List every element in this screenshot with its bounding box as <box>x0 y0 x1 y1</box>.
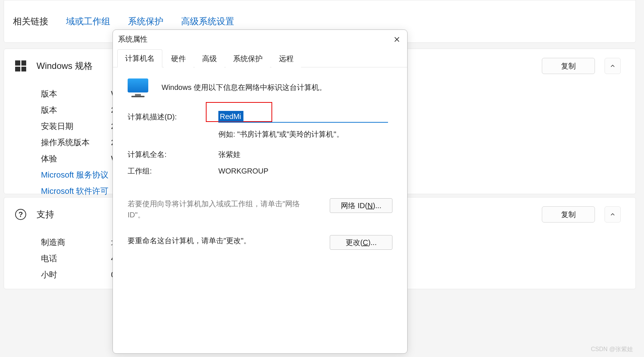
dialog-intro-row: Windows 使用以下信息在网络中标识这台计算机。 <box>128 78 392 96</box>
link-advanced-system-settings[interactable]: 高级系统设置 <box>181 15 234 27</box>
support-title: 支持 <box>37 209 54 220</box>
support-key: 制造商 <box>41 234 111 251</box>
spec-key: 操作系统版本 <box>41 134 111 151</box>
tab-advanced[interactable]: 高级 <box>195 50 224 67</box>
dialog-title: 系统属性 <box>118 34 148 44</box>
computer-description-selection: RedMi <box>218 111 243 122</box>
spec-key: 体验 <box>41 151 111 167</box>
computer-description-row: 计算机描述(D): RedMi <box>128 111 392 123</box>
rename-row: 要重命名这台计算机，请单击"更改"。 更改(C)... <box>128 235 392 250</box>
copy-button-winspec[interactable]: 复制 <box>542 58 595 74</box>
computer-description-input[interactable] <box>218 111 388 123</box>
computer-fullname-label: 计算机全名: <box>128 150 218 160</box>
windows-spec-title: Windows 规格 <box>37 60 93 72</box>
windows-spec-icon <box>15 60 26 71</box>
computer-description-hint: 例如: "书房计算机"或"美玲的计算机"。 <box>218 129 392 139</box>
spec-key: 版本 <box>41 86 111 102</box>
spec-key: 安装日期 <box>41 118 111 134</box>
copy-button-support[interactable]: 复制 <box>542 206 595 223</box>
computer-fullname-value: 张紫娃 <box>218 150 392 160</box>
chevron-up-icon <box>609 63 616 69</box>
workgroup-label: 工作组: <box>128 166 218 176</box>
support-expand-toggle[interactable] <box>605 206 621 223</box>
network-id-text: 若要使用向导将计算机加入域或工作组，请单击"网络 ID"。 <box>128 198 315 220</box>
support-key: 电话 <box>41 251 111 267</box>
monitor-icon <box>128 78 148 96</box>
windows-spec-header: Windows 规格 <box>15 60 93 72</box>
system-properties-dialog: 系统属性 计算机名 硬件 高级 系统保护 远程 Windows 使用以下信息在网… <box>112 29 408 354</box>
network-id-row: 若要使用向导将计算机加入域或工作组，请单击"网络 ID"。 网络 ID(N)..… <box>128 198 392 220</box>
dialog-tabs: 计算机名 硬件 高级 系统保护 远程 <box>113 49 407 67</box>
dialog-titlebar: 系统属性 <box>113 30 407 48</box>
link-domain-workgroup[interactable]: 域或工作组 <box>66 15 110 27</box>
dialog-close-button[interactable] <box>392 34 402 45</box>
link-system-protection[interactable]: 系统保护 <box>128 15 163 27</box>
workgroup-row: 工作组: WORKGROUP <box>128 166 392 176</box>
tab-remote[interactable]: 远程 <box>271 50 301 67</box>
network-id-button[interactable]: 网络 ID(N)... <box>330 198 392 213</box>
change-button[interactable]: 更改(C)... <box>330 235 392 250</box>
related-links-label: 相关链接 <box>13 15 48 27</box>
support-header: ? 支持 <box>15 209 54 220</box>
workgroup-value: WORKGROUP <box>218 167 392 175</box>
dialog-intro-text: Windows 使用以下信息在网络中标识这台计算机。 <box>162 83 326 92</box>
support-key: 小时 <box>41 267 111 283</box>
ms-service-agreement-link[interactable]: Microsoft 服务协议 <box>41 167 108 183</box>
rename-text: 要重命名这台计算机，请单击"更改"。 <box>128 235 315 246</box>
tab-computer-name[interactable]: 计算机名 <box>117 49 162 67</box>
watermark: CSDN @张紫娃 <box>591 346 633 353</box>
tab-system-protection[interactable]: 系统保护 <box>226 50 270 67</box>
computer-description-label: 计算机描述(D): <box>128 112 218 122</box>
dialog-body: Windows 使用以下信息在网络中标识这台计算机。 计算机描述(D): Red… <box>113 67 407 261</box>
computer-fullname-row: 计算机全名: 张紫娃 <box>128 150 392 160</box>
tab-hardware[interactable]: 硬件 <box>164 50 193 67</box>
help-icon: ? <box>15 209 26 220</box>
chevron-up-icon <box>609 211 616 218</box>
spec-key: 版本 <box>41 102 111 118</box>
winspec-expand-toggle[interactable] <box>605 58 621 74</box>
close-icon <box>393 36 401 43</box>
